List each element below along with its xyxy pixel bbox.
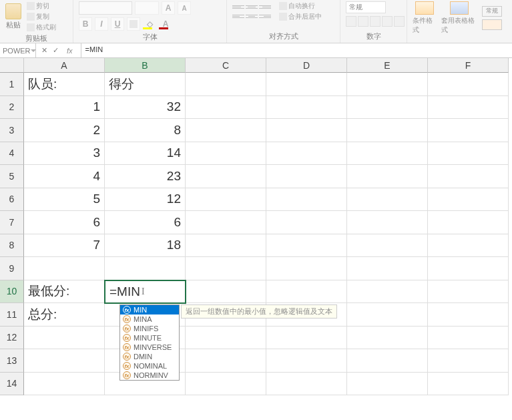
cell-C14[interactable]: [186, 373, 266, 396]
column-header-C[interactable]: C: [186, 58, 266, 73]
cell-F5[interactable]: [428, 165, 509, 188]
cell-C6[interactable]: [186, 188, 266, 212]
decrease-decimal-button[interactable]: [394, 16, 405, 27]
cell-D1[interactable]: [266, 73, 347, 96]
cell-A12[interactable]: [24, 327, 105, 350]
cell-B1[interactable]: 得分: [105, 73, 186, 96]
row-header-14[interactable]: 14: [0, 373, 24, 396]
increase-decimal-button[interactable]: [382, 16, 393, 27]
cell-A3[interactable]: 2: [24, 119, 105, 142]
comma-button[interactable]: [370, 16, 380, 27]
cell-B10[interactable]: [105, 280, 186, 304]
cell-D13[interactable]: [266, 349, 347, 373]
cell-B7[interactable]: 6: [105, 211, 186, 234]
cell-A10[interactable]: 最低分:: [24, 280, 105, 304]
cell-F7[interactable]: [428, 211, 509, 234]
cell-A5[interactable]: 4: [24, 165, 105, 188]
cell-E3[interactable]: [347, 119, 428, 142]
table-style-button[interactable]: 套用表格格式: [441, 1, 477, 35]
font-size-dropdown[interactable]: [135, 1, 159, 15]
cut-button[interactable]: 剪切: [27, 1, 56, 11]
autocomplete-item-MINA[interactable]: fxMINA: [120, 314, 179, 324]
cancel-formula-button[interactable]: ✕: [41, 46, 47, 55]
cell-E2[interactable]: [347, 96, 428, 120]
cell-E10[interactable]: [347, 280, 428, 304]
row-header-11[interactable]: 11: [0, 303, 24, 327]
confirm-formula-button[interactable]: ✓: [53, 46, 59, 55]
cell-B3[interactable]: 8: [105, 119, 186, 142]
italic-button[interactable]: I: [95, 17, 108, 31]
cell-C5[interactable]: [186, 165, 266, 188]
cell-D7[interactable]: [266, 211, 347, 234]
row-header-2[interactable]: 2: [0, 96, 24, 120]
cell-A7[interactable]: 6: [24, 211, 105, 234]
cell-B8[interactable]: 18: [105, 234, 186, 258]
cell-A8[interactable]: 7: [24, 234, 105, 258]
copy-button[interactable]: 复制: [27, 12, 56, 21]
font-color-button[interactable]: A: [159, 19, 172, 29]
number-format-dropdown[interactable]: 常规: [346, 1, 386, 13]
row-header-10[interactable]: 10: [0, 280, 24, 304]
autocomplete-item-DMIN[interactable]: fxDMIN: [120, 352, 179, 361]
cell-F6[interactable]: [428, 188, 509, 212]
cell-A9[interactable]: [24, 257, 105, 280]
row-header-4[interactable]: 4: [0, 142, 24, 166]
align-top-button[interactable]: [232, 3, 244, 11]
cell-D6[interactable]: [266, 188, 347, 212]
cell-B6[interactable]: 12: [105, 188, 186, 212]
cell-D8[interactable]: [266, 234, 347, 258]
cell-name-box[interactable]: POWER: [0, 43, 36, 57]
align-bottom-button[interactable]: [259, 3, 271, 11]
row-header-12[interactable]: 12: [0, 327, 24, 350]
cell-F14[interactable]: [428, 373, 509, 396]
cell-F13[interactable]: [428, 349, 509, 373]
align-middle-button[interactable]: [246, 3, 258, 11]
align-left-button[interactable]: [232, 12, 244, 20]
cell-C1[interactable]: [186, 73, 266, 96]
cell-E8[interactable]: [347, 234, 428, 258]
column-header-D[interactable]: D: [266, 58, 347, 73]
cell-C12[interactable]: [186, 327, 266, 350]
bold-button[interactable]: B: [79, 17, 92, 31]
cell-E9[interactable]: [347, 257, 428, 280]
cell-C2[interactable]: [186, 96, 266, 120]
row-header-13[interactable]: 13: [0, 349, 24, 373]
fill-color-button[interactable]: ◇: [143, 19, 156, 29]
cell-F9[interactable]: [428, 257, 509, 280]
cell-D12[interactable]: [266, 327, 347, 350]
cell-F1[interactable]: [428, 73, 509, 96]
cell-E7[interactable]: [347, 211, 428, 234]
format-painter-button[interactable]: 格式刷: [27, 23, 56, 32]
cell-C10[interactable]: [186, 280, 266, 304]
cell-D9[interactable]: [266, 257, 347, 280]
cell-style-button[interactable]: 常规: [482, 6, 502, 17]
autocomplete-item-MIN[interactable]: fxMIN: [120, 305, 179, 314]
cell-F2[interactable]: [428, 96, 509, 120]
percent-button[interactable]: [358, 16, 368, 27]
cell-E11[interactable]: [347, 303, 428, 327]
cell-D3[interactable]: [266, 119, 347, 142]
cell-E1[interactable]: [347, 73, 428, 96]
cell-D10[interactable]: [266, 280, 347, 304]
row-header-6[interactable]: 6: [0, 188, 24, 212]
formula-input[interactable]: =MIN: [81, 43, 512, 57]
row-header-8[interactable]: 8: [0, 234, 24, 258]
cell-B5[interactable]: 23: [105, 165, 186, 188]
font-family-dropdown[interactable]: [79, 1, 132, 15]
cell-F8[interactable]: [428, 234, 509, 258]
cell-A13[interactable]: [24, 349, 105, 373]
column-header-A[interactable]: A: [24, 58, 105, 73]
cell-D2[interactable]: [266, 96, 347, 120]
cell-D14[interactable]: [266, 373, 347, 396]
cell-D5[interactable]: [266, 165, 347, 188]
conditional-format-button[interactable]: 条件格式: [413, 1, 436, 35]
cell-E6[interactable]: [347, 188, 428, 212]
autocomplete-item-MINUTE[interactable]: fxMINUTE: [120, 333, 179, 343]
cell-E5[interactable]: [347, 165, 428, 188]
cell-A6[interactable]: 5: [24, 188, 105, 212]
align-right-button[interactable]: [259, 12, 271, 20]
cell-C7[interactable]: [186, 211, 266, 234]
cell-B2[interactable]: 32: [105, 96, 186, 120]
column-header-F[interactable]: F: [428, 58, 509, 73]
cell-F3[interactable]: [428, 119, 509, 142]
